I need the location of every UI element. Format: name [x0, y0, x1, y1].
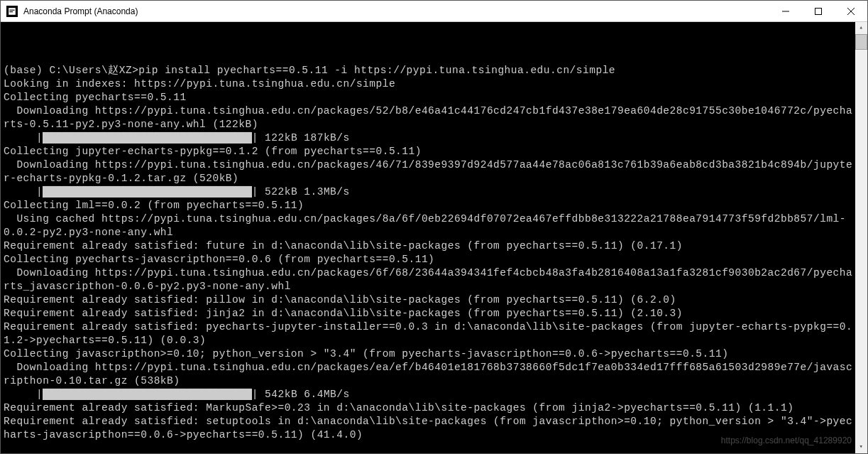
titlebar[interactable]: Anaconda Prompt (Anaconda) — [1, 1, 867, 22]
output-line: Collecting pyecharts-javascripthon==0.0.… — [4, 254, 434, 265]
app-icon — [6, 6, 18, 17]
window-controls — [769, 1, 867, 21]
scrollbar-thumb[interactable] — [855, 34, 867, 50]
window-frame: Anaconda Prompt (Anaconda) (base) C:\Use… — [0, 0, 868, 454]
vertical-scrollbar[interactable]: ▴ ▾ — [855, 22, 867, 453]
scroll-down-arrow[interactable]: ▾ — [855, 441, 867, 453]
output-line: Collecting lml==0.0.2 (from pyecharts==0… — [4, 200, 304, 211]
output-line: Requirement already satisfied: pillow in… — [4, 294, 676, 306]
output-line: Requirement already satisfied: future in… — [4, 240, 683, 252]
minimize-button[interactable] — [769, 1, 802, 21]
command-text: pip install pyecharts==0.5.11 -i https:/… — [138, 65, 615, 76]
output-line: Collecting jupyter-echarts-pypkg==0.1.2 … — [4, 146, 422, 157]
output-line: Downloading https://pypi.tuna.tsinghua.e… — [4, 159, 852, 184]
terminal-content: (base) C:\Users\赵XZ>pip install pyechart… — [1, 49, 855, 453]
svg-rect-1 — [9, 9, 14, 10]
svg-rect-4 — [815, 8, 822, 14]
maximize-button[interactable] — [802, 1, 835, 21]
output-line: Requirement already satisfied: pyecharts… — [4, 321, 852, 346]
output-line: Collecting pyecharts==0.5.11 — [4, 92, 187, 103]
output-line: Downloading https://pypi.tuna.tsinghua.e… — [4, 267, 852, 292]
progress-bar: |████████████████████████████████| 542kB… — [4, 389, 350, 400]
window-title: Anaconda Prompt (Anaconda) — [23, 6, 769, 16]
output-line: Requirement already satisfied: MarkupSaf… — [4, 402, 793, 414]
progress-bar: |████████████████████████████████| 522kB… — [4, 186, 350, 198]
scroll-up-arrow[interactable]: ▴ — [855, 22, 867, 34]
output-line: Downloading https://pypi.tuna.tsinghua.e… — [4, 362, 852, 387]
output-line: Collecting javascripthon>=0.10; python_v… — [4, 348, 728, 360]
watermark-text: https://blog.csdn.net/qq_41289920 — [721, 434, 852, 448]
output-line: Requirement already satisfied: jinja2 in… — [4, 308, 683, 319]
output-line: Downloading https://pypi.tuna.tsinghua.e… — [4, 105, 852, 130]
progress-bar: |████████████████████████████████| 122kB… — [4, 132, 350, 144]
close-button[interactable] — [835, 1, 867, 21]
svg-rect-2 — [9, 11, 13, 12]
output-line: Looking in indexes: https://pypi.tuna.ts… — [4, 78, 395, 90]
prompt-text: (base) C:\Users\赵XZ> — [4, 65, 138, 76]
output-line: Using cached https://pypi.tuna.tsinghua.… — [4, 213, 846, 238]
terminal-area[interactable]: (base) C:\Users\赵XZ>pip install pyechart… — [1, 22, 867, 453]
